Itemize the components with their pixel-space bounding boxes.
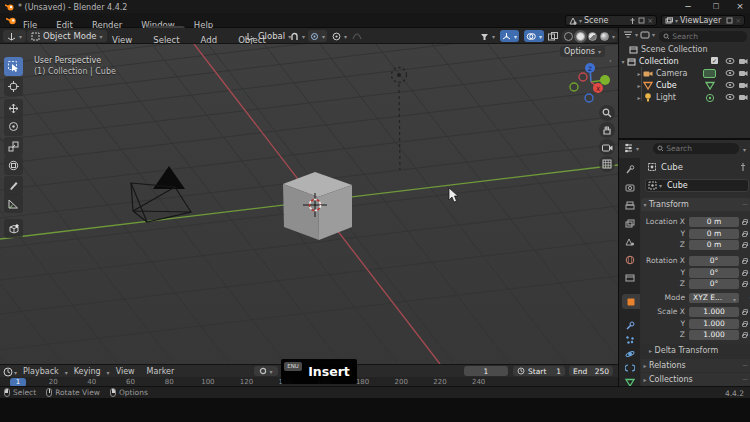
scale-y-field[interactable]: 1.000 xyxy=(689,319,739,329)
tool-move[interactable] xyxy=(4,99,23,118)
tool-annotate[interactable] xyxy=(4,176,23,195)
cube-object-row[interactable]: ▸ Cube xyxy=(619,79,750,91)
expand-icon[interactable]: ▸ xyxy=(635,70,643,77)
new-layer-icon[interactable] xyxy=(726,17,733,24)
tab-world[interactable] xyxy=(622,252,638,267)
collections-section[interactable]: ▸Collections···· xyxy=(641,373,750,386)
disable-render-icon[interactable] xyxy=(738,57,748,65)
rotation-x-field[interactable]: 0° xyxy=(689,256,739,266)
tab-object[interactable] xyxy=(622,294,640,309)
object-name-field[interactable]: ▾ Cube xyxy=(645,179,749,192)
new-scene-icon[interactable] xyxy=(638,17,645,24)
material-shading-icon[interactable] xyxy=(588,32,597,41)
snap-toggle[interactable]: ▾ xyxy=(288,30,307,42)
mesh-data-icon[interactable] xyxy=(705,81,715,90)
drag-dots-icon[interactable]: ···· xyxy=(742,201,747,209)
chevron-down-icon[interactable]: ▾ xyxy=(652,31,655,38)
collapse-icon[interactable]: ▾ xyxy=(619,58,627,65)
properties-editor-icon[interactable] xyxy=(623,143,634,153)
disable-render-icon[interactable] xyxy=(738,69,748,77)
light-object-row[interactable]: ▸ Light xyxy=(619,91,750,103)
tool-rotate[interactable] xyxy=(4,117,23,136)
tab-modifiers[interactable] xyxy=(622,318,638,333)
tool-transform[interactable] xyxy=(4,156,23,175)
pin-icon[interactable] xyxy=(739,162,747,172)
camera-object-row[interactable]: ▸ Camera xyxy=(619,67,750,79)
disable-render-icon[interactable] xyxy=(738,81,748,89)
tab-tool[interactable] xyxy=(622,162,638,177)
end-frame-field[interactable]: End250 xyxy=(569,366,613,376)
hide-eye-icon[interactable] xyxy=(725,57,735,65)
close-button[interactable]: × xyxy=(730,0,750,13)
chevron-down-icon[interactable]: ▾ xyxy=(635,31,638,38)
xray-toggle-icon[interactable] xyxy=(548,32,558,41)
mode-selector[interactable]: Object Mode▾ xyxy=(27,30,107,42)
tool-scale[interactable] xyxy=(4,137,23,156)
transform-panel-header[interactable]: ▾Transform···· xyxy=(641,198,750,211)
outliner-filter-icon[interactable] xyxy=(623,30,633,39)
scene-selector[interactable]: ▾ Scene × xyxy=(565,15,657,26)
overlays-toggle[interactable]: ▾ xyxy=(524,30,544,42)
relations-section[interactable]: ▸Relations···· xyxy=(641,359,750,372)
snap-target-button[interactable]: ▾ xyxy=(308,30,327,42)
pin-icon[interactable] xyxy=(629,17,636,25)
rotation-y-field[interactable]: 0° xyxy=(689,268,739,278)
viewport-3d[interactable]: User Perspective (1) Collection | Cube O… xyxy=(0,44,618,364)
outliner-search-input[interactable] xyxy=(672,32,743,41)
location-z-field[interactable]: 0 m xyxy=(689,240,739,250)
outliner-search[interactable] xyxy=(659,31,747,42)
tool-measure[interactable] xyxy=(4,194,23,213)
tab-constraints[interactable] xyxy=(622,360,638,375)
tool-select-box[interactable] xyxy=(4,57,23,76)
object-name-value[interactable]: Cube xyxy=(667,181,688,190)
rotation-mode-dropdown[interactable]: XYZ E...▾ xyxy=(689,293,739,303)
lock-icon[interactable] xyxy=(742,233,747,237)
start-frame-field[interactable]: Start1 xyxy=(513,366,565,376)
properties-search-input[interactable] xyxy=(666,144,735,153)
timeline-editor-icon[interactable] xyxy=(3,367,14,377)
tab-collection[interactable] xyxy=(622,270,638,285)
lock-icon[interactable] xyxy=(742,221,747,225)
tool-cursor[interactable] xyxy=(4,77,23,96)
navigation-gizmo[interactable]: Z X xyxy=(566,54,618,108)
scale-z-field[interactable]: 1.000 xyxy=(689,330,739,340)
lock-icon[interactable] xyxy=(742,272,747,276)
chevron-down-icon[interactable]: ▾ xyxy=(612,33,615,40)
lock-icon[interactable] xyxy=(742,260,747,264)
tab-view-layer[interactable] xyxy=(622,216,638,231)
scene-collection-row[interactable]: Scene Collection xyxy=(619,43,750,55)
location-x-field[interactable]: 0 m xyxy=(689,217,739,227)
light-object[interactable] xyxy=(392,68,407,171)
gizmos-toggle[interactable]: ▾ xyxy=(500,30,519,42)
collection-row[interactable]: ▾ Collection ✓ xyxy=(619,55,750,67)
hide-eye-icon[interactable] xyxy=(725,69,735,77)
chevron-down-icon[interactable]: ▾ xyxy=(659,182,662,189)
maximize-button[interactable]: □ xyxy=(706,0,726,13)
tab-output[interactable] xyxy=(622,198,638,213)
editor-type-button[interactable]: ▾ xyxy=(3,30,26,42)
show-gizmo-toggle[interactable]: ▾ xyxy=(478,30,497,42)
delta-transform-section[interactable]: ▸ Delta Transform xyxy=(649,346,718,355)
display-mode-icon[interactable] xyxy=(640,30,650,39)
rendered-shading-icon[interactable] xyxy=(600,32,609,41)
lock-icon[interactable] xyxy=(742,244,747,248)
drag-dots-icon[interactable]: ···· xyxy=(742,362,747,370)
tool-add-cube[interactable] xyxy=(4,219,23,238)
hide-eye-icon[interactable] xyxy=(725,93,735,101)
collection-checkbox[interactable]: ✓ xyxy=(711,57,718,64)
pan-button[interactable] xyxy=(599,122,615,138)
expand-icon[interactable]: ▸ xyxy=(635,94,643,101)
location-y-field[interactable]: 0 m xyxy=(689,229,739,239)
current-frame-field[interactable]: 1 xyxy=(464,366,508,376)
orthographic-toggle-button[interactable] xyxy=(599,156,615,172)
auto-key-button[interactable]: ▾ xyxy=(254,366,278,376)
proportional-edit-toggle[interactable]: ▾ xyxy=(330,30,349,42)
rotation-z-field[interactable]: 0° xyxy=(689,279,739,289)
chevron-down-icon[interactable]: ▾ xyxy=(636,145,639,152)
zoom-button[interactable] xyxy=(599,105,615,121)
lock-icon[interactable] xyxy=(742,283,747,287)
chevron-down-icon[interactable]: ▾ xyxy=(743,146,746,153)
scale-x-field[interactable]: 1.000 xyxy=(689,307,739,317)
breadcrumb-object[interactable]: Cube xyxy=(661,162,683,172)
unlink-scene-icon[interactable]: × xyxy=(647,17,653,25)
